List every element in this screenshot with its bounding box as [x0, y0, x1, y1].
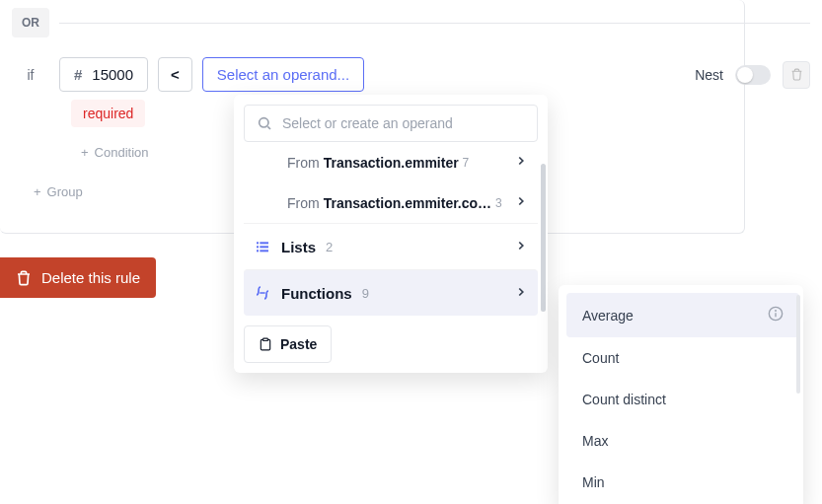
- svg-rect-8: [263, 338, 268, 340]
- from-transaction-emmiter-co[interactable]: From Transaction.emmiter.co… 3: [244, 182, 538, 223]
- delete-rule-label: Delete this rule: [41, 269, 140, 286]
- from-path: Transaction.emmiter: [324, 155, 459, 171]
- svg-rect-5: [260, 242, 268, 244]
- function-max[interactable]: Max: [566, 420, 799, 462]
- chevron-right-icon: [514, 194, 528, 211]
- function-average[interactable]: Average: [566, 293, 799, 337]
- functions-submenu: Average Count Count distinct Max Min: [559, 285, 803, 504]
- function-label: Average: [582, 308, 634, 324]
- from-count: 3: [495, 196, 502, 210]
- trash-icon: [16, 270, 32, 286]
- scrollbar[interactable]: [796, 295, 800, 394]
- from-prefix: From: [287, 195, 320, 211]
- chevron-right-icon: [514, 239, 528, 255]
- svg-rect-6: [260, 246, 268, 248]
- from-count: 7: [463, 156, 470, 170]
- delete-condition-button[interactable]: [783, 61, 810, 89]
- operand-dropdown: From Transaction.emmiter 7 From Transact…: [234, 95, 548, 373]
- chevron-right-icon: [514, 285, 528, 302]
- lists-label: Lists: [281, 239, 316, 255]
- lists-category[interactable]: Lists 2: [244, 223, 538, 269]
- svg-point-11: [776, 311, 777, 312]
- chevron-right-icon: [514, 154, 528, 171]
- function-label: Max: [582, 433, 608, 449]
- list-icon: [254, 238, 271, 255]
- clipboard-icon: [259, 337, 272, 351]
- search-box[interactable]: [244, 105, 538, 142]
- svg-rect-4: [257, 250, 259, 252]
- function-count[interactable]: Count: [566, 337, 799, 379]
- paste-button[interactable]: Paste: [244, 325, 332, 363]
- functions-count: 9: [362, 286, 369, 301]
- svg-line-1: [267, 126, 270, 129]
- function-min[interactable]: Min: [566, 462, 799, 503]
- svg-rect-7: [260, 250, 268, 252]
- svg-rect-2: [257, 242, 259, 244]
- functions-category[interactable]: Functions 9: [244, 269, 538, 316]
- from-transaction-emmiter[interactable]: From Transaction.emmiter 7: [244, 142, 538, 182]
- toggle-knob: [737, 67, 753, 83]
- trash-icon: [790, 68, 803, 81]
- search-icon: [257, 115, 272, 131]
- nest-toggle[interactable]: [735, 65, 771, 85]
- svg-point-0: [260, 118, 268, 127]
- search-input[interactable]: [282, 115, 525, 131]
- from-prefix: From: [287, 155, 320, 171]
- lists-count: 2: [326, 240, 333, 254]
- scrollbar[interactable]: [541, 154, 546, 322]
- functions-label: Functions: [281, 285, 352, 302]
- svg-rect-3: [257, 246, 259, 248]
- function-icon: [254, 284, 271, 302]
- info-icon[interactable]: [768, 306, 784, 324]
- from-path: Transaction.emmiter.co…: [324, 195, 491, 211]
- function-label: Count: [582, 350, 619, 366]
- function-label: Min: [582, 474, 605, 490]
- function-label: Count distinct: [582, 392, 666, 407]
- delete-rule-button[interactable]: Delete this rule: [0, 257, 156, 298]
- function-count-distinct[interactable]: Count distinct: [566, 379, 799, 420]
- paste-label: Paste: [280, 336, 317, 352]
- scrollbar-thumb[interactable]: [541, 164, 546, 312]
